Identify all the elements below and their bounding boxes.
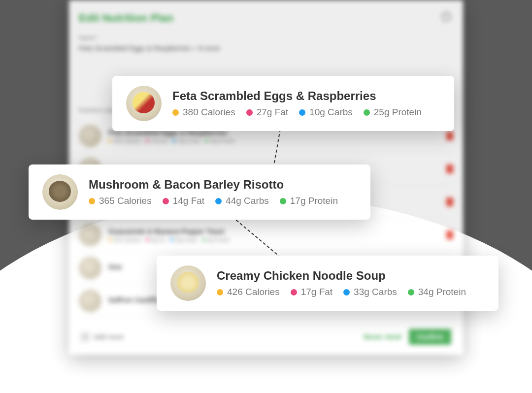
meal-macros: 426 Calories 17g Fat 33g Carbs 34g Prote… bbox=[217, 287, 485, 297]
meal-thumb-icon bbox=[79, 125, 101, 147]
meal-card: Creamy Chicken Noodle Soup 426 Calories … bbox=[157, 256, 499, 311]
calories-macro: 380 Calories bbox=[172, 107, 235, 118]
carbs-dot-icon bbox=[215, 198, 222, 204]
delete-icon[interactable] bbox=[446, 230, 453, 239]
meal-title: Feta Scrambled Eggs & Raspberries bbox=[172, 89, 440, 103]
carbs-macro: 10g Carbs bbox=[299, 107, 353, 118]
meal-card: Feta Scrambled Eggs & Raspberries 380 Ca… bbox=[112, 76, 454, 131]
fat-dot-icon bbox=[163, 198, 169, 204]
protein-macro: 17g Protein bbox=[280, 196, 338, 206]
meal-thumb-icon bbox=[79, 257, 101, 279]
carbs-macro: 44g Carbs bbox=[215, 196, 269, 206]
protein-dot-icon bbox=[364, 109, 370, 116]
meal-macros: 380 Calories 27g Fat 10g Carbs 25g Prote… bbox=[172, 107, 440, 118]
delete-icon[interactable] bbox=[446, 131, 453, 140]
name-field-value[interactable]: Feta Scrambled Eggs & Raspberries + 8 mo… bbox=[79, 44, 453, 52]
name-label: Name * bbox=[79, 34, 453, 41]
protein-macro: 34g Protein bbox=[408, 287, 466, 297]
fat-dot-icon bbox=[291, 289, 297, 295]
dialog-title: Edit Nutrition Plan bbox=[79, 12, 453, 25]
meal-thumb-icon bbox=[79, 290, 101, 312]
add-more-label: Add more bbox=[94, 333, 124, 341]
meal-card: Mushroom & Bacon Barley Risotto 365 Calo… bbox=[29, 164, 370, 220]
carbs-dot-icon bbox=[299, 109, 305, 116]
calories-dot-icon bbox=[172, 109, 179, 116]
protein-dot-icon bbox=[280, 198, 286, 204]
row-title: Guacamole & Banana Pepper Toast bbox=[108, 228, 439, 235]
fat-macro: 14g Fat bbox=[163, 196, 204, 206]
protein-dot-icon bbox=[408, 289, 414, 295]
meal-title: Creamy Chicken Noodle Soup bbox=[217, 269, 485, 283]
meal-thumb-icon bbox=[79, 224, 101, 246]
plan-row[interactable]: Guacamole & Banana Pepper Toast 229 Calo… bbox=[79, 219, 453, 252]
meal-thumb-icon bbox=[170, 265, 206, 301]
carbs-dot-icon bbox=[343, 289, 350, 295]
fat-macro: 27g Fat bbox=[246, 107, 288, 118]
meal-title: Mushroom & Bacon Barley Risotto bbox=[89, 178, 357, 192]
confirm-button[interactable]: Confirm bbox=[409, 329, 451, 345]
calories-dot-icon bbox=[89, 198, 95, 204]
calories-dot-icon bbox=[217, 289, 223, 295]
add-more-button[interactable]: Add more bbox=[81, 332, 124, 341]
fat-dot-icon bbox=[246, 109, 253, 116]
delete-icon[interactable] bbox=[446, 164, 453, 173]
never-mind-button[interactable]: Never mind bbox=[364, 333, 401, 341]
carbs-macro: 33g Carbs bbox=[343, 287, 397, 297]
delete-icon[interactable] bbox=[446, 197, 453, 206]
protein-macro: 25g Protein bbox=[364, 107, 422, 118]
fat-macro: 17g Fat bbox=[291, 287, 332, 297]
meal-macros: 365 Calories 14g Fat 44g Carbs 17g Prote… bbox=[89, 196, 357, 206]
meal-thumb-icon bbox=[42, 174, 78, 210]
help-icon[interactable]: ? bbox=[441, 12, 451, 22]
meal-thumb-icon bbox=[126, 86, 162, 121]
add-icon bbox=[81, 332, 90, 341]
calories-macro: 365 Calories bbox=[89, 196, 152, 206]
calories-macro: 426 Calories bbox=[217, 287, 280, 297]
